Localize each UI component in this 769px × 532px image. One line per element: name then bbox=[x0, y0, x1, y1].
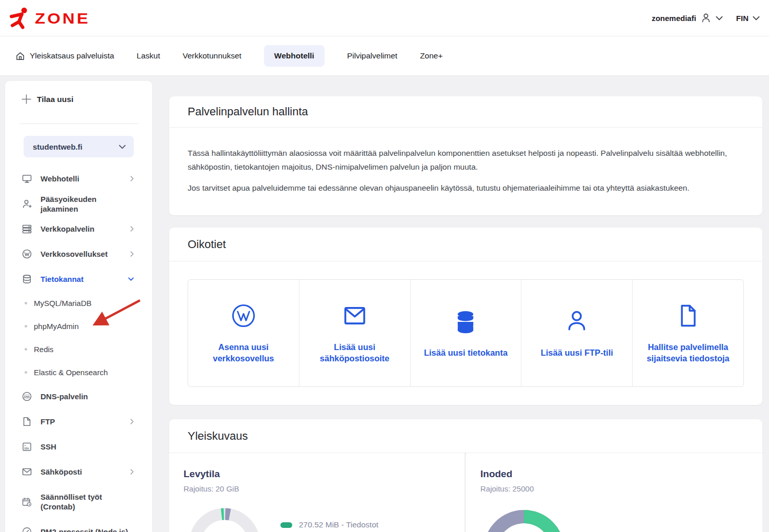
plus-icon bbox=[22, 94, 31, 104]
main-nav: Yleiskatsaus palveluista Laskut Verkkotu… bbox=[0, 36, 769, 76]
sidebar-item-access-sharing[interactable]: Pääsyoikeuden jakaminen bbox=[0, 191, 147, 216]
database-icon bbox=[452, 308, 479, 335]
shortcuts-card: Oikotiet Asenna uusi verkkosovellus Lisä… bbox=[169, 228, 762, 405]
language-selector[interactable]: FIN bbox=[729, 14, 760, 23]
zone-runner-icon bbox=[7, 6, 31, 30]
management-card: Palvelinpalvelun hallinta Tässä hallinta… bbox=[169, 96, 762, 215]
sidebar-item-ssh[interactable]: >_ SSH SSH bbox=[0, 434, 147, 459]
sidebar-divider bbox=[19, 124, 138, 124]
shortcuts-card-title: Oikotiet bbox=[188, 238, 226, 251]
inodes-panel-title: Inoded bbox=[480, 468, 762, 480]
bullet-dot bbox=[25, 302, 27, 304]
account-menu[interactable]: zonemediafi bbox=[652, 12, 723, 24]
sidebar-item-mysql[interactable]: MySQL/MariaDB bbox=[0, 292, 147, 315]
overview-card-title: Yleiskuvaus bbox=[188, 429, 248, 443]
bullet-dot bbox=[25, 325, 27, 328]
sidebar-item-cron[interactable]: Säännölliset työt (Crontab) bbox=[0, 484, 147, 519]
ssh-icon: >_ SSH bbox=[22, 441, 32, 452]
nav-zone-plus[interactable]: Zone+ bbox=[420, 51, 442, 60]
top-header: ZONE zonemediafi FIN bbox=[0, 0, 769, 36]
shortcut-add-ftp-account[interactable]: Lisää uusi FTP-tili bbox=[521, 280, 633, 386]
sidebar-item-web-server[interactable]: Verkkopalvelin bbox=[0, 216, 147, 241]
legend-label: 270.52 MiB - Tiedostot bbox=[299, 520, 378, 529]
inodes-limit-label: Rajoitus: 25000 bbox=[480, 484, 762, 493]
shortcut-add-email[interactable]: Lisää uusi sähköpostiosoite bbox=[299, 280, 411, 386]
sidebar-item-webhotelli[interactable]: Webhotelli bbox=[0, 166, 147, 191]
nav-domains[interactable]: Verkkotunnukset bbox=[183, 51, 241, 60]
gauge-icon bbox=[22, 526, 32, 532]
sidebar-item-redis[interactable]: Redis bbox=[0, 338, 147, 361]
inodes-usage-panel: Inoded Rajoitus: 25000 bbox=[466, 453, 762, 532]
svg-text:SSH: SSH bbox=[24, 447, 29, 450]
disk-limit-label: Rajoitus: 20 GiB bbox=[184, 484, 464, 493]
person-icon bbox=[563, 308, 590, 335]
nav-cloud-servers[interactable]: Pilvipalvelimet bbox=[347, 51, 397, 60]
management-paragraph-2: Jos tarvitset apua palveluidemme tai ede… bbox=[188, 181, 742, 195]
sidebar-item-phpmyadmin[interactable]: phpMyAdmin bbox=[0, 315, 147, 338]
chevron-right-icon bbox=[130, 419, 134, 424]
management-card-title: Palvelinpalvelun hallinta bbox=[188, 105, 308, 118]
chevron-down-icon bbox=[716, 16, 723, 21]
domain-selector[interactable]: studentweb.fi bbox=[24, 136, 134, 157]
overview-card-header: Yleiskuvaus bbox=[169, 419, 762, 453]
nav-webhosting[interactable]: Webhotelli bbox=[264, 45, 325, 67]
dns-icon: DNS bbox=[22, 391, 32, 402]
calendar-clock-icon bbox=[22, 497, 32, 507]
management-paragraph-1: Tässä hallintakäyttöliittymän alaosiossa… bbox=[188, 146, 742, 174]
zone-logo[interactable]: ZONE bbox=[7, 7, 90, 29]
sidebar-item-web-apps[interactable]: Verkkosovellukset bbox=[0, 241, 147, 267]
disk-legend-item: 270.52 MiB - Tiedostot bbox=[280, 520, 378, 529]
chevron-down-icon bbox=[128, 277, 134, 281]
chevron-right-icon bbox=[130, 469, 134, 475]
domain-selected-value: studentweb.fi bbox=[33, 142, 119, 151]
legend-marker bbox=[280, 522, 292, 528]
monitor-icon bbox=[22, 173, 32, 184]
language-label: FIN bbox=[736, 14, 748, 23]
shortcut-tiles: Asenna uusi verkkosovellus Lisää uusi sä… bbox=[188, 279, 744, 387]
servers-icon bbox=[22, 223, 32, 234]
envelope-icon bbox=[341, 302, 368, 329]
svg-text:>_: >_ bbox=[24, 444, 28, 447]
chevron-right-icon bbox=[130, 251, 134, 257]
order-new-button[interactable]: Tilaa uusi bbox=[22, 94, 73, 104]
disk-panel-title: Levytila bbox=[184, 468, 464, 480]
database-icon bbox=[22, 274, 32, 284]
disk-usage-donut-chart bbox=[189, 507, 260, 532]
envelope-icon bbox=[22, 466, 32, 477]
inodes-usage-donut-chart bbox=[483, 509, 565, 532]
svg-text:DNS: DNS bbox=[24, 395, 30, 398]
shortcut-manage-files[interactable]: Hallitse palvelimella sijaitsevia tiedos… bbox=[633, 280, 743, 386]
sidebar-item-dns[interactable]: DNS DNS-palvelin bbox=[0, 384, 147, 409]
sidebar-item-ftp[interactable]: FTP bbox=[0, 409, 147, 434]
shortcut-install-web-app[interactable]: Asenna uusi verkkosovellus bbox=[188, 280, 299, 386]
account-name: zonemediafi bbox=[652, 14, 696, 23]
chevron-down-icon bbox=[753, 16, 760, 21]
bullet-dot bbox=[25, 348, 27, 351]
disk-usage-panel: Levytila Rajoitus: 20 GiB 270.52 MiB - T… bbox=[169, 453, 464, 532]
wordpress-icon bbox=[22, 249, 32, 259]
sidebar-item-email[interactable]: Sähköposti bbox=[0, 459, 147, 484]
nav-overview[interactable]: Yleiskatsaus palveluista bbox=[15, 51, 114, 61]
wordpress-icon bbox=[230, 302, 257, 329]
shortcut-add-database[interactable]: Lisää uusi tietokanta bbox=[411, 280, 522, 386]
file-icon bbox=[675, 302, 701, 329]
zone-logo-text: ZONE bbox=[35, 10, 90, 26]
account-icon bbox=[700, 12, 712, 24]
file-icon bbox=[22, 416, 32, 427]
person-plus-icon bbox=[22, 198, 32, 209]
sidebar-item-pm2[interactable]: PM2-prosessit (Node.js) bbox=[0, 519, 147, 532]
sidebar-menu: Webhotelli Pääsyoikeuden jakaminen Verkk… bbox=[0, 166, 147, 532]
chevron-right-icon bbox=[130, 226, 134, 232]
bullet-dot bbox=[25, 371, 27, 374]
home-icon bbox=[15, 51, 25, 61]
sidebar-item-elastic[interactable]: Elastic & Opensearch bbox=[0, 361, 147, 384]
nav-invoices[interactable]: Laskut bbox=[137, 51, 160, 60]
chevron-down-icon bbox=[119, 145, 126, 149]
sidebar-item-databases[interactable]: Tietokannat bbox=[0, 267, 147, 292]
chevron-right-icon bbox=[130, 176, 134, 181]
